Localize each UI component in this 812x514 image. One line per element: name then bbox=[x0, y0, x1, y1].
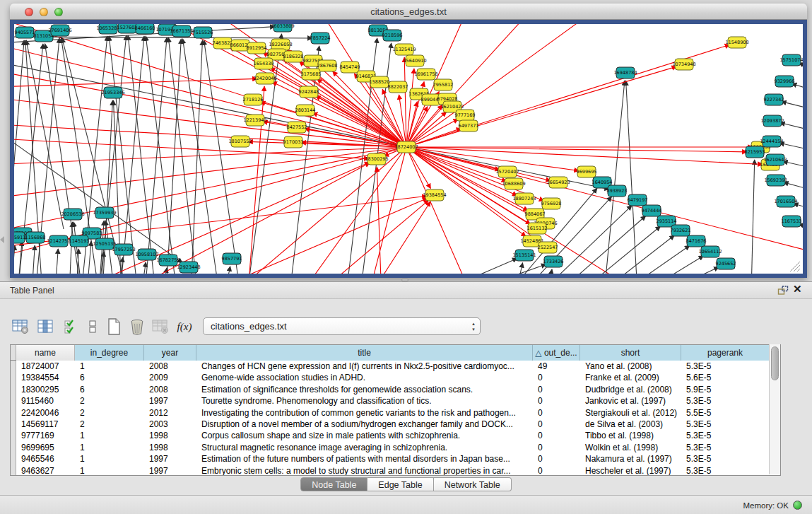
network-edge[interactable] bbox=[558, 216, 646, 274]
network-node[interactable]: 1654339 bbox=[254, 58, 274, 69]
network-node[interactable]: 1615132 bbox=[527, 223, 548, 234]
show-columns-icon[interactable] bbox=[37, 317, 55, 336]
network-edge[interactable] bbox=[438, 258, 517, 274]
table-settings-icon[interactable] bbox=[11, 317, 30, 336]
panel-collapse-arrow-icon[interactable] bbox=[0, 236, 4, 243]
network-node[interactable]: 15640910 bbox=[403, 55, 426, 66]
cell-short[interactable]: Franke et al. (2009) bbox=[580, 372, 681, 383]
network-node[interactable]: 3175685 bbox=[301, 69, 322, 80]
network-edge[interactable] bbox=[128, 35, 155, 274]
network-node[interactable]: 2522547 bbox=[538, 242, 558, 253]
cell-out-degree[interactable]: 0 bbox=[533, 384, 580, 395]
column-header-out-degree[interactable]: △ out_de... bbox=[533, 345, 580, 361]
cell-short[interactable]: Hescheler et al. (1997) bbox=[580, 465, 681, 475]
network-edge[interactable] bbox=[14, 147, 406, 236]
network-edge[interactable] bbox=[516, 263, 523, 274]
network-node[interactable]: 18300295 bbox=[365, 153, 388, 165]
cell-year[interactable]: 1998 bbox=[144, 442, 196, 453]
network-node[interactable]: 8822037 bbox=[388, 81, 408, 93]
table-row[interactable]: 946362711997Embryonic stem cells: a mode… bbox=[11, 465, 780, 475]
column-header-name[interactable]: name bbox=[16, 345, 75, 361]
network-node[interactable]: 12923448 bbox=[177, 262, 200, 273]
network-edge[interactable] bbox=[367, 147, 406, 274]
cell-pagerank[interactable]: 5.3E-5 bbox=[681, 419, 770, 430]
network-node[interactable]: 8912954 bbox=[247, 42, 267, 54]
cell-title[interactable]: Changes of HCN gene expression and I(f) … bbox=[196, 361, 533, 372]
cell-year[interactable]: 1997 bbox=[144, 465, 196, 475]
cell-name[interactable]: 14569117 bbox=[16, 419, 75, 430]
cell-short[interactable]: Nakamura et al. (1997) bbox=[580, 453, 681, 465]
tab-edge-table[interactable]: Edge Table bbox=[367, 477, 433, 491]
cell-pagerank[interactable]: 5.3E-5 bbox=[681, 465, 770, 475]
network-node[interactable]: 18107552 bbox=[228, 136, 252, 147]
cell-year[interactable]: 2003 bbox=[144, 419, 196, 430]
network-node[interactable]: 15720407 bbox=[495, 166, 519, 177]
network-node[interactable]: 9756928 bbox=[541, 198, 562, 209]
network-node[interactable]: 7955812 bbox=[433, 79, 454, 90]
network-edge[interactable] bbox=[779, 143, 803, 155]
column-header-year[interactable]: year bbox=[144, 345, 196, 361]
table-vertical-scrollbar[interactable] bbox=[769, 344, 780, 474]
cell-year[interactable]: 1997 bbox=[144, 453, 196, 465]
network-canvas[interactable]: 1872400774638228660128891295418226058982… bbox=[14, 24, 803, 274]
delete-trash-icon[interactable] bbox=[128, 317, 146, 336]
network-edge[interactable] bbox=[780, 123, 803, 136]
network-node[interactable]: 9777169 bbox=[455, 110, 476, 121]
cell-out-degree[interactable]: 0 bbox=[533, 453, 580, 465]
cell-short[interactable]: Jankovic et al. (1997) bbox=[580, 395, 681, 407]
import-table-icon[interactable] bbox=[151, 317, 170, 336]
network-edge[interactable] bbox=[751, 160, 755, 274]
network-node[interactable]: 12142757 bbox=[47, 235, 70, 247]
network-node[interactable]: 15135141 bbox=[512, 250, 536, 261]
network-edge[interactable] bbox=[406, 147, 507, 181]
network-edge[interactable] bbox=[204, 40, 240, 274]
cell-out-degree[interactable]: 0 bbox=[533, 465, 580, 475]
cell-pagerank[interactable]: 5.9E-5 bbox=[681, 384, 770, 395]
cell-in-degree[interactable]: 6 bbox=[75, 384, 144, 395]
table-row[interactable]: 1872400712008Changes of HCN gene express… bbox=[11, 361, 780, 372]
column-header-short[interactable]: short bbox=[580, 345, 681, 361]
column-header-pagerank[interactable]: pagerank bbox=[681, 345, 770, 361]
cell-name[interactable]: 9465546 bbox=[16, 453, 75, 465]
network-edge[interactable] bbox=[548, 269, 552, 274]
cell-out-degree[interactable]: 0 bbox=[533, 395, 580, 407]
cell-out-degree[interactable]: 49 bbox=[533, 361, 580, 372]
cell-name[interactable]: 19384554 bbox=[16, 372, 75, 383]
close-panel-icon[interactable]: ✕ bbox=[793, 283, 802, 296]
close-traffic-light-icon[interactable] bbox=[25, 8, 33, 16]
network-edge[interactable] bbox=[643, 256, 704, 274]
network-node[interactable]: 22420046 bbox=[253, 73, 276, 84]
network-node[interactable]: 16671355 bbox=[170, 25, 193, 37]
network-edge[interactable] bbox=[466, 264, 546, 274]
network-edge[interactable] bbox=[601, 235, 674, 274]
network-node[interactable]: 21953346 bbox=[101, 87, 124, 98]
network-node[interactable]: 8454749 bbox=[340, 62, 360, 73]
row-selection-icon[interactable] bbox=[83, 317, 102, 336]
network-node[interactable]: 9242848 bbox=[299, 86, 319, 98]
network-edge[interactable] bbox=[32, 245, 35, 274]
network-node[interactable]: 7932621 bbox=[671, 225, 691, 236]
network-node[interactable]: 1156868 bbox=[25, 232, 46, 243]
cell-year[interactable]: 2012 bbox=[144, 407, 196, 419]
network-node[interactable]: 2718126 bbox=[243, 94, 264, 105]
network-node[interactable]: 16948784 bbox=[613, 67, 637, 78]
network-edge[interactable] bbox=[664, 267, 719, 274]
cell-in-degree[interactable]: 1 bbox=[75, 453, 144, 465]
network-node[interactable]: 27691406 bbox=[48, 25, 71, 36]
cell-out-degree[interactable]: 0 bbox=[533, 407, 580, 419]
network-edge[interactable] bbox=[782, 102, 803, 115]
canvas-resize-grip[interactable] bbox=[790, 262, 800, 271]
cell-out-degree[interactable]: 0 bbox=[533, 419, 580, 430]
cell-pagerank[interactable]: 5.3E-5 bbox=[681, 361, 770, 372]
network-node[interactable]: 9245652 bbox=[716, 258, 736, 269]
cell-year[interactable]: 2009 bbox=[144, 372, 196, 383]
network-node[interactable]: 9227342 bbox=[764, 94, 784, 105]
network-node[interactable]: 10688609 bbox=[502, 178, 525, 189]
column-header-title[interactable]: title bbox=[196, 345, 533, 361]
network-node[interactable]: 2867608 bbox=[317, 60, 338, 71]
cell-year[interactable]: 2008 bbox=[144, 361, 196, 372]
network-node[interactable]: 8427552 bbox=[287, 122, 307, 133]
network-node[interactable]: 16654923 bbox=[546, 177, 570, 188]
network-node[interactable]: 12093872 bbox=[760, 115, 784, 127]
network-edge[interactable] bbox=[311, 200, 429, 274]
